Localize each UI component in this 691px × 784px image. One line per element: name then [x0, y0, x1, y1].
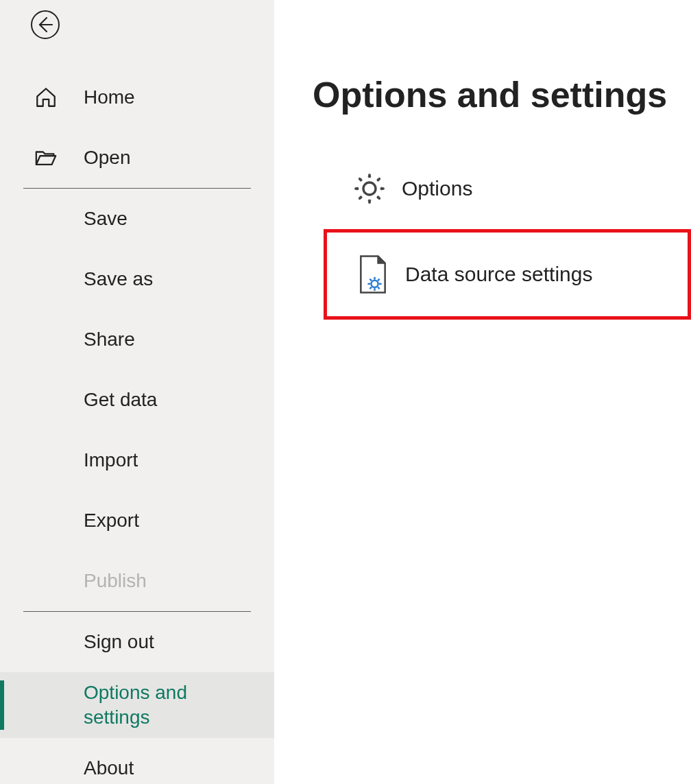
svg-line-8: [369, 279, 372, 281]
sidebar-item-label: Open: [84, 147, 131, 169]
sidebar-item-options-and-settings[interactable]: Options and settings: [0, 672, 274, 738]
sidebar-item-label: Publish: [84, 570, 147, 592]
sidebar-item-label: Share: [84, 329, 135, 351]
sidebar-item-about[interactable]: About: [0, 738, 274, 784]
sidebar-item-label: Save as: [84, 268, 153, 290]
folder-open-icon: [34, 147, 84, 168]
main-content: Options and settings Options: [274, 0, 691, 784]
svg-line-9: [378, 287, 380, 289]
svg-point-3: [371, 281, 378, 287]
svg-line-11: [378, 279, 380, 281]
sidebar-item-home[interactable]: Home: [0, 67, 274, 128]
home-icon: [34, 86, 84, 109]
option-item-label: Data source settings: [405, 263, 592, 286]
page-title: Options and settings: [313, 74, 691, 115]
sidebar-item-save-as[interactable]: Save as: [0, 249, 274, 309]
sidebar-item-label: Import: [84, 449, 138, 471]
file-gear-icon: [341, 254, 405, 294]
sidebar-item-label: About: [84, 757, 134, 779]
sidebar-item-label: Save: [84, 208, 128, 230]
sidebar-item-publish: Publish: [0, 551, 274, 611]
sidebar: Home Open Save Save as Share Get data Im…: [0, 0, 274, 784]
sidebar-item-label: Get data: [84, 389, 157, 411]
sidebar-item-share[interactable]: Share: [0, 309, 274, 370]
sidebar-item-open[interactable]: Open: [0, 128, 274, 188]
sidebar-item-sign-out[interactable]: Sign out: [0, 612, 274, 672]
sidebar-item-save[interactable]: Save: [0, 189, 274, 249]
sidebar-item-label: Home: [84, 86, 135, 108]
sidebar-item-label: Sign out: [84, 631, 154, 653]
back-arrow-icon: [30, 10, 60, 40]
sidebar-item-export[interactable]: Export: [0, 490, 274, 551]
option-item-label: Options: [402, 177, 472, 200]
svg-line-10: [369, 287, 372, 289]
sidebar-item-import[interactable]: Import: [0, 430, 274, 490]
sidebar-item-label: Options and settings: [84, 680, 221, 730]
option-item-options[interactable]: Options: [324, 148, 691, 229]
gear-icon: [337, 170, 402, 207]
sidebar-item-get-data[interactable]: Get data: [0, 370, 274, 430]
option-item-data-source-settings[interactable]: Data source settings: [324, 229, 691, 320]
svg-point-2: [363, 182, 376, 195]
sidebar-item-label: Export: [84, 510, 139, 532]
back-button[interactable]: [30, 10, 60, 40]
